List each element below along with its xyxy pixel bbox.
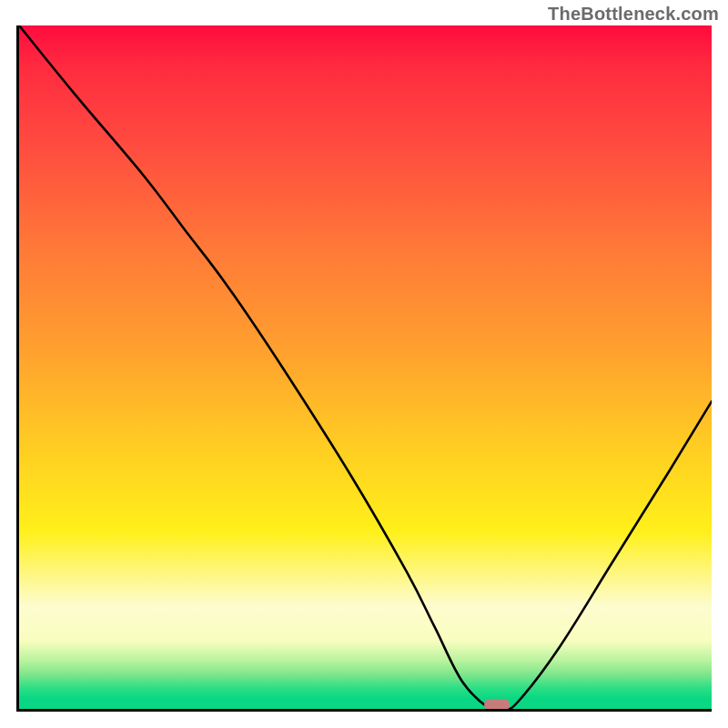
- curve-path: [19, 25, 712, 709]
- bottleneck-curve: [19, 25, 712, 709]
- chart-stage: TheBottleneck.com: [0, 0, 728, 728]
- plot-area: [16, 25, 712, 712]
- optimal-marker: [484, 699, 510, 709]
- watermark-label: TheBottleneck.com: [548, 4, 719, 25]
